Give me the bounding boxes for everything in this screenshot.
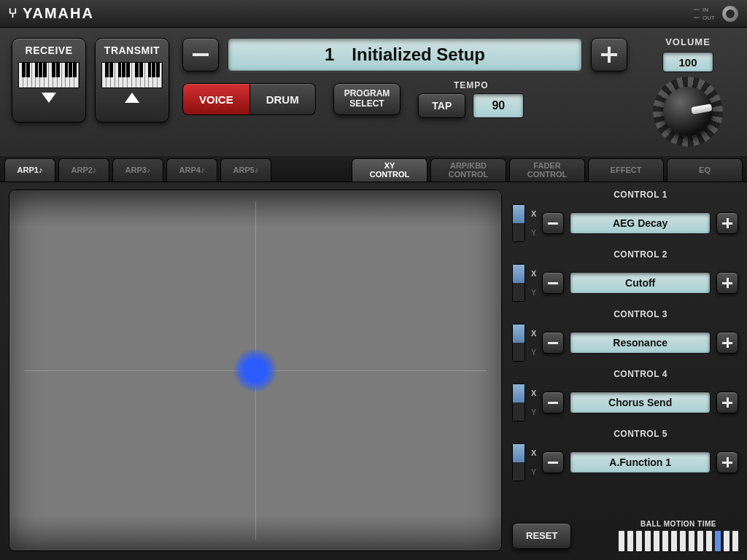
- control-3-title: CONTROL 3: [543, 309, 738, 319]
- transmit-label: TRANSMIT: [104, 44, 160, 56]
- control-3-display[interactable]: Resonance: [570, 332, 711, 354]
- ball-motion-bar: [654, 531, 659, 551]
- setup-display[interactable]: 1 Initialized Setup: [228, 38, 582, 71]
- xy-pad[interactable]: [9, 190, 502, 551]
- control-4-axis-toggle[interactable]: [512, 384, 525, 421]
- program-select-line2: SELECT: [344, 99, 390, 109]
- brand-logo: ⑂ YAMAHA: [9, 5, 94, 22]
- xy-ball[interactable]: [233, 349, 277, 392]
- tab-arp5[interactable]: ARP5♪: [220, 158, 271, 182]
- ball-motion-bar: [680, 531, 686, 551]
- program-select-line1: PROGRAM: [344, 89, 390, 99]
- mode-drum-button[interactable]: DRUM: [250, 83, 316, 115]
- brand-text: YAMAHA: [23, 5, 94, 22]
- arrow-up-icon: [125, 93, 139, 103]
- midi-in-label: IN: [703, 7, 708, 13]
- control-1: CONTROL 1XYAEG Decay: [512, 190, 738, 242]
- control-2-next-button[interactable]: [716, 272, 738, 294]
- tab-xy-control[interactable]: XYCONTROL: [352, 158, 427, 182]
- ball-motion-time-label: BALL MOTION TIME: [640, 520, 716, 528]
- ball-motion-bar: [662, 531, 668, 551]
- ball-motion-bar: [636, 531, 642, 551]
- control-1-next-button[interactable]: [716, 212, 738, 234]
- control-4-prev-button[interactable]: [542, 392, 564, 413]
- brand-tuningfork-icon: ⑂: [8, 6, 20, 21]
- arrow-down-icon: [42, 93, 56, 103]
- control-4: CONTROL 4XYChorus Send: [512, 369, 738, 421]
- tab-bar: ARP1♪ARP2♪ARP3♪ARP4♪ARP5♪XYCONTROLARP/KB…: [0, 156, 747, 182]
- minus-icon: [548, 222, 558, 225]
- control-3-axis-toggle[interactable]: [512, 324, 525, 362]
- plus-icon: [722, 462, 732, 464]
- control-2-display[interactable]: Cutoff: [570, 272, 711, 294]
- minus-icon: [548, 342, 558, 344]
- plus-icon: [601, 53, 617, 56]
- axis-labels: XY: [531, 204, 536, 242]
- tab-arp1[interactable]: ARP1♪: [4, 158, 55, 182]
- tempo-tap-button[interactable]: TAP: [418, 93, 465, 118]
- reset-button[interactable]: RESET: [512, 523, 571, 549]
- control-3-prev-button[interactable]: [542, 332, 564, 354]
- tab-arp-kbd-control[interactable]: ARP/KBDCONTROL: [430, 158, 506, 182]
- tempo-label: TEMPO: [454, 80, 489, 90]
- axis-labels: XY: [531, 443, 536, 481]
- midi-out-label: OUT: [703, 15, 715, 21]
- control-4-next-button[interactable]: [716, 392, 738, 413]
- minus-icon: [548, 402, 558, 404]
- control-5-axis-toggle[interactable]: [512, 443, 525, 481]
- volume-display: 100: [662, 52, 713, 72]
- ball-motion-bar: [697, 531, 703, 551]
- control-1-prev-button[interactable]: [542, 212, 564, 234]
- setup-number: 1: [325, 44, 334, 65]
- minus-icon: [548, 462, 558, 464]
- control-5: CONTROL 5XYA.Function 1: [512, 429, 738, 481]
- plus-icon: [722, 222, 732, 225]
- control-5-next-button[interactable]: [716, 451, 738, 473]
- control-5-prev-button[interactable]: [542, 451, 564, 473]
- ball-motion-bar: [732, 531, 738, 551]
- minus-icon: [548, 282, 558, 284]
- control-5-display[interactable]: A.Function 1: [570, 451, 711, 473]
- control-3: CONTROL 3XYResonance: [512, 309, 738, 362]
- control-1-title: CONTROL 1: [543, 190, 738, 200]
- control-4-display[interactable]: Chorus Send: [570, 392, 711, 413]
- receive-label: RECEIVE: [26, 44, 73, 56]
- tab-effect[interactable]: EFFECT: [588, 158, 664, 182]
- ball-motion-time-slider[interactable]: [619, 531, 738, 551]
- settings-gear-icon[interactable]: [722, 6, 738, 22]
- receive-button[interactable]: RECEIVE: [12, 38, 86, 122]
- axis-labels: XY: [531, 324, 536, 362]
- setup-prev-button[interactable]: [182, 38, 219, 71]
- control-2-prev-button[interactable]: [542, 272, 564, 294]
- ball-motion-bar: [645, 531, 651, 551]
- tab-arp4[interactable]: ARP4♪: [166, 158, 217, 182]
- tempo-display[interactable]: 90: [473, 93, 524, 118]
- plus-icon: [722, 282, 732, 284]
- tab-eq[interactable]: EQ: [667, 158, 743, 182]
- tab-fader-control[interactable]: FADERCONTROL: [509, 158, 585, 182]
- volume-knob[interactable]: [653, 77, 723, 147]
- keyboard-icon: [18, 62, 80, 88]
- ball-motion-bar: [619, 531, 624, 551]
- ball-motion-bar: [671, 531, 677, 551]
- volume-label: VOLUME: [665, 36, 711, 47]
- midi-out-indicator-icon: [694, 17, 700, 18]
- tab-arp3[interactable]: ARP3♪: [112, 158, 163, 182]
- control-2-title: CONTROL 2: [543, 249, 738, 260]
- tab-arp2[interactable]: ARP2♪: [58, 158, 109, 182]
- control-1-display[interactable]: AEG Decay: [570, 212, 711, 234]
- mode-segmented: VOICE DRUM: [182, 83, 316, 115]
- control-3-next-button[interactable]: [716, 332, 738, 354]
- mode-voice-button[interactable]: VOICE: [182, 83, 250, 115]
- control-1-axis-toggle[interactable]: [512, 204, 525, 242]
- ball-motion-bar: [627, 531, 633, 551]
- control-2-axis-toggle[interactable]: [512, 264, 525, 302]
- program-select-button[interactable]: PROGRAM SELECT: [333, 83, 401, 115]
- io-status: IN OUT: [694, 6, 738, 22]
- control-5-title: CONTROL 5: [543, 429, 738, 439]
- ball-motion-bar: [724, 531, 729, 551]
- transmit-button[interactable]: TRANSMIT: [95, 38, 169, 122]
- setup-next-button[interactable]: [591, 38, 627, 71]
- midi-in-indicator-icon: [694, 9, 700, 10]
- ball-motion-bar: [689, 531, 694, 551]
